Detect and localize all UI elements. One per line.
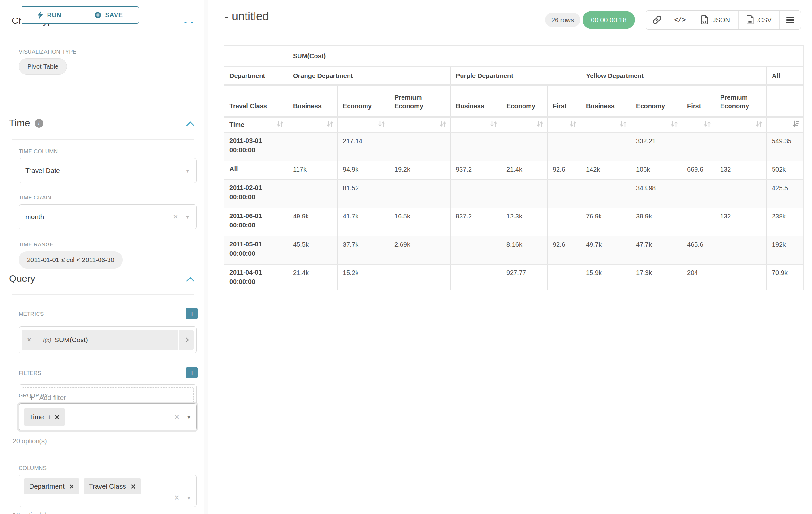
sort-icon[interactable] [276, 120, 284, 130]
group-by-tag[interactable]: Time i [24, 408, 65, 426]
group-by-select[interactable]: Time i × ▼ [19, 404, 197, 431]
pivot-cell [501, 133, 548, 161]
sort-icon[interactable] [703, 120, 712, 130]
pivot-row-label: 2011-05-01 00:00:00 [224, 237, 288, 264]
remove-metric-icon[interactable]: × [22, 330, 37, 350]
columns-select[interactable]: Department Travel Class × ▼ [19, 475, 197, 507]
export-csv-button[interactable]: .CSV [738, 10, 780, 29]
pivot-cell [548, 265, 581, 290]
time-section-title-text: Time [9, 117, 30, 129]
pivot-sub-col-header: Business [451, 86, 501, 116]
pivot-col-group-header: Yellow Department [581, 67, 767, 84]
sort-icon[interactable] [489, 120, 498, 130]
pivot-sub-col-header: Economy [501, 86, 548, 116]
pivot-cell: 41.7k [338, 208, 389, 236]
sort-icon[interactable] [755, 120, 763, 130]
collapse-time-section-icon[interactable] [186, 121, 194, 130]
sort-desc-icon[interactable] [792, 120, 800, 130]
run-button[interactable]: RUN [21, 6, 78, 24]
visualization-type-pill[interactable]: Pivot Table [19, 58, 67, 75]
pivot-cell: 117k [288, 161, 338, 179]
add-filter-plus-button[interactable]: + [186, 367, 198, 378]
chevron-down-icon[interactable]: ▼ [185, 168, 190, 173]
sort-icon[interactable] [326, 120, 334, 130]
clear-icon[interactable]: × [174, 493, 179, 502]
sort-icon[interactable] [439, 120, 447, 130]
visualization-type-value: Pivot Table [27, 63, 58, 70]
pivot-row-label: 2011-03-01 00:00:00 [224, 133, 288, 161]
pivot-sort-cell [389, 117, 451, 132]
menu-button[interactable] [780, 10, 801, 29]
export-json-button[interactable]: .JSON [692, 10, 738, 29]
collapsed-chevron-dots [184, 23, 193, 23]
pivot-sort-cell [288, 117, 338, 132]
row-count-badge: 26 rows [545, 13, 580, 27]
time-grain-label: TIME GRAIN [19, 195, 51, 201]
sidebar-scrollbar[interactable] [204, 0, 208, 514]
pivot-cell: 21.4k [288, 265, 338, 290]
remove-tag-icon[interactable] [69, 484, 74, 489]
pivot-cell: 502k [767, 161, 803, 179]
collapse-query-section-icon[interactable] [186, 277, 194, 285]
plus-circle-icon [94, 11, 102, 19]
pivot-cell: 70.9k [767, 265, 803, 290]
remove-tag-icon[interactable] [130, 484, 136, 489]
pivot-sub-col-header: Premium Economy [389, 86, 451, 116]
pivot-cell: 132 [715, 208, 767, 236]
time-column-select[interactable]: Travel Date ▼ [19, 158, 197, 183]
pivot-cell: 21.4k [501, 161, 548, 179]
table-row: Travel ClassBusinessEconomyPremium Econo… [224, 86, 803, 116]
pivot-cell [548, 208, 581, 236]
table-row: Time [224, 117, 803, 132]
clear-icon[interactable]: × [174, 412, 179, 422]
run-button-label: RUN [47, 11, 62, 19]
chevron-down-icon[interactable]: ▼ [186, 495, 191, 501]
pivot-sub-col-header [767, 86, 803, 116]
pivot-sub-col-header: First [548, 86, 581, 116]
sort-icon[interactable] [619, 120, 628, 130]
sort-icon[interactable] [536, 120, 544, 130]
chart-title[interactable]: - untitled [225, 10, 269, 23]
sort-icon[interactable] [377, 120, 386, 130]
columns-tag[interactable]: Travel Class [84, 478, 141, 494]
expand-metric-icon[interactable] [179, 330, 194, 350]
pivot-sort-cell [631, 117, 682, 132]
chevron-down-icon[interactable]: ▼ [186, 414, 191, 420]
columns-tag[interactable]: Department [24, 478, 79, 494]
pivot-row-label: 2011-02-01 00:00:00 [224, 180, 288, 208]
pivot-cell [451, 180, 501, 208]
sort-icon[interactable] [569, 120, 577, 130]
pivot-cell: 12.3k [501, 208, 548, 236]
pivot-cell [548, 133, 581, 161]
query-section-title-text: Query [9, 273, 35, 284]
pivot-cell [682, 208, 715, 236]
save-button[interactable]: SAVE [78, 6, 139, 24]
group-by-label: GROUP BY [19, 393, 48, 399]
chevron-down-icon[interactable]: ▼ [185, 214, 190, 220]
columns-options-hint: 19 option(s) [13, 511, 47, 514]
pivot-cell [715, 237, 767, 264]
pivot-cell: 425.5 [767, 180, 803, 208]
short-link-button[interactable] [646, 10, 668, 29]
pivot-sort-cell [501, 117, 548, 132]
info-icon[interactable]: i [49, 413, 50, 421]
sort-icon[interactable] [670, 120, 678, 130]
pivot-cell: 49.9k [288, 208, 338, 236]
time-range-pill[interactable]: 2011-01-01 ≤ col < 2011-06-30 [19, 251, 123, 269]
view-query-button[interactable]: </> [668, 10, 692, 29]
pivot-cell: 2.69k [389, 237, 451, 264]
pivot-cell: 217.14 [338, 133, 389, 161]
add-metric-button[interactable]: + [186, 308, 198, 319]
pivot-col-dim-label: Department [224, 67, 288, 84]
metric-pill[interactable]: × f(x) SUM(Cost) [22, 330, 194, 350]
clear-icon[interactable]: × [173, 212, 178, 221]
time-grain-select[interactable]: month × ▼ [19, 204, 197, 229]
pivot-cell: 8.16k [501, 237, 548, 264]
pivot-cell: 47.7k [631, 237, 682, 264]
pivot-cell: 192k [767, 237, 803, 264]
file-icon [701, 16, 708, 24]
pivot-cell: 937.2 [451, 161, 501, 179]
pivot-row-label: All [224, 161, 288, 179]
remove-tag-icon[interactable] [55, 414, 60, 420]
info-icon[interactable]: i [35, 119, 43, 128]
